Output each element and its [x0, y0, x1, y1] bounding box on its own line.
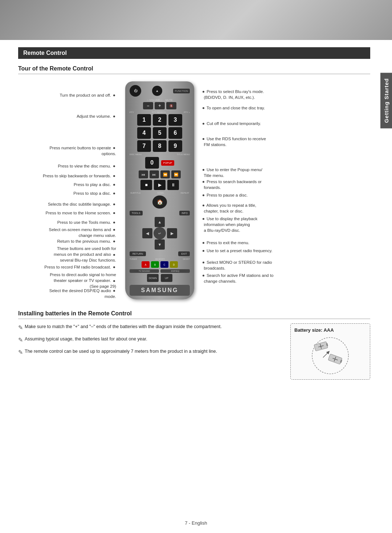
- home-button[interactable]: 🏠: [152, 195, 167, 209]
- prev-chapter-button[interactable]: ⏮: [139, 170, 148, 178]
- num-1-button[interactable]: 1: [137, 114, 151, 126]
- subsection-heading-1: Tour of the Remote Control: [18, 65, 370, 74]
- battery-bullet-1: ✎ Make sure to match the "+" and "–" end…: [18, 323, 279, 332]
- color-d-button[interactable]: D: [170, 261, 178, 268]
- ann-power: Turn the product on and off.: [60, 92, 117, 98]
- ann-select: Select on-screen menu items and change m…: [49, 227, 116, 238]
- numpad-row-2: 4 5 6: [130, 127, 190, 139]
- tv-sound-dspeq-row: TV SOUND DSP/EQ: [130, 269, 190, 273]
- info-button[interactable]: INFO: [179, 211, 190, 215]
- dspeq-button[interactable]: DSP/EQ: [160, 269, 190, 273]
- remote-control-body: ⏻ ▲ FUNCTION ←VOLUME→ MUTE – + 🔇 PTY PTY…: [125, 81, 194, 299]
- ann-home: Press to move to the Home screen.: [46, 210, 116, 216]
- right-annotations-panel: Press to select Blu-ray's mode. (BD/DVD,…: [200, 81, 370, 299]
- color-buttons-row: A B C D: [130, 261, 190, 268]
- up-button[interactable]: UP: [161, 274, 172, 282]
- ann-subtitle: Selects the disc subtitle language.: [48, 201, 116, 207]
- rann-sound: Cut off the sound temporarily.: [201, 121, 261, 126]
- ann-disc-menu: Press to view the disc menu.: [58, 163, 116, 169]
- color-a-button[interactable]: A: [142, 261, 150, 268]
- section-title-bar: Remote Control: [18, 47, 370, 59]
- tools-button[interactable]: TOOLS: [130, 211, 143, 215]
- sidebar-tab-label: Getting Started: [383, 78, 389, 123]
- dpad-left-button[interactable]: ◀: [142, 228, 152, 238]
- page-footer: 7 - English: [0, 520, 392, 526]
- battery-section: Installing batteries in the Remote Contr…: [18, 310, 370, 380]
- battery-box-title: Battery size: AAA: [294, 327, 334, 333]
- num-8-button[interactable]: 8: [153, 140, 167, 152]
- dpad-middle-row: ◀ ↵ ▶: [142, 227, 177, 239]
- dpad-area: ▲ ◀ ↵ ▶ ▼: [130, 217, 190, 250]
- transport-row: ⏮ ⏭ ⏪ ⏩: [130, 170, 190, 178]
- numpad-row-1: 1 2 3: [130, 114, 190, 126]
- num-0-button[interactable]: 0: [145, 157, 159, 169]
- num-6-button[interactable]: 6: [168, 127, 182, 139]
- rann-pause: Press to pause a disc.: [201, 192, 248, 198]
- play-button[interactable]: ▶: [154, 180, 166, 190]
- dpad-up-button[interactable]: ▲: [155, 217, 165, 227]
- remote-diagram-container: Turn the product on and off. Adjust the …: [18, 81, 370, 299]
- volume-label: ←VOLUME→ MUTE: [130, 99, 190, 101]
- ann-audio: Press to direct audio signal to homethea…: [50, 272, 116, 289]
- num-7-button[interactable]: 7: [137, 140, 151, 152]
- eject-button[interactable]: ▲: [152, 86, 162, 96]
- rann-tray: To open and close the disc tray.: [201, 105, 265, 111]
- exit-button[interactable]: EXIT: [178, 251, 190, 256]
- num-3-button[interactable]: 3: [168, 114, 182, 126]
- rann-preset: Use to set a preset radio frequency.: [201, 248, 273, 254]
- footer-text: 7 - English: [185, 520, 207, 526]
- battery-content: ✎ Make sure to match the "+" and "–" end…: [18, 323, 370, 380]
- dpad-down-button[interactable]: ▼: [155, 239, 165, 250]
- color-b-button[interactable]: B: [151, 261, 159, 268]
- battery-bullet-2: ✎ Assuming typical usage, the batteries …: [18, 336, 279, 344]
- rann-bluray: Press to select Blu-ray's mode. (BD/DVD,…: [201, 89, 264, 100]
- left-annotations-panel: Turn the product on and off. Adjust the …: [18, 81, 120, 299]
- return-button[interactable]: RETURN: [130, 251, 146, 256]
- rann-fm: Search for active FM stations and to cha…: [201, 272, 273, 284]
- battery-bullet-3: ✎ The remote control can be used up to a…: [18, 348, 279, 357]
- volume-plus-button[interactable]: +: [155, 102, 165, 109]
- note-icon-2: ✎: [18, 336, 23, 344]
- dpad-center-button[interactable]: ↵: [154, 227, 166, 239]
- playback-row: ■ ▶ ⏸: [130, 180, 190, 190]
- subsection-heading-2: Installing batteries in the Remote Contr…: [18, 310, 370, 319]
- dpad-right-button[interactable]: ▶: [167, 228, 177, 238]
- battery-box: Battery size: AAA: [290, 323, 370, 380]
- getting-started-tab: Getting Started: [380, 73, 392, 128]
- rewind-button[interactable]: ⏪: [160, 170, 170, 178]
- stop-button[interactable]: ■: [140, 180, 152, 190]
- rann-rds: Use the RDS function to receive FM stati…: [201, 136, 266, 148]
- num-9-button[interactable]: 9: [168, 140, 182, 152]
- mute-button[interactable]: 🔇: [166, 102, 176, 109]
- rann-search: Press to search backwards or forwards.: [201, 179, 262, 190]
- fast-forward-button[interactable]: ⏩: [171, 170, 181, 178]
- down-up-row: DOWN UP: [130, 274, 190, 282]
- volume-minus-button[interactable]: –: [143, 102, 153, 109]
- function-button[interactable]: FUNCTION: [173, 89, 190, 93]
- popup-button[interactable]: POPUP: [161, 160, 175, 166]
- pause-button[interactable]: ⏸: [167, 180, 179, 190]
- ann-volume: Adjust the volume.: [77, 113, 116, 119]
- color-c-button[interactable]: C: [160, 261, 168, 268]
- num-2-button[interactable]: 2: [153, 114, 167, 126]
- tv-sound-button[interactable]: TV SOUND: [130, 269, 159, 273]
- remote-image-area: ⏻ ▲ FUNCTION ←VOLUME→ MUTE – + 🔇 PTY PTY…: [120, 81, 200, 299]
- ann-dsp: Select the desired DSP/EQ audio mode.: [49, 288, 116, 299]
- remote-top-row: ⏻ ▲ FUNCTION: [130, 85, 190, 97]
- sub-home-repeat-labels: SUBTITLE HOME REPEAT: [130, 192, 190, 194]
- num-4-button[interactable]: 4: [137, 127, 151, 139]
- down-button[interactable]: DOWN: [147, 274, 159, 282]
- numpad-row-3: 7 8 9: [130, 140, 190, 152]
- tuner-row-labels: TUNER MEMORY MOIST: [130, 258, 190, 260]
- power-button[interactable]: ⏻: [130, 85, 141, 97]
- next-chapter-button[interactable]: ⏭: [150, 170, 159, 178]
- disc-menu-title-menu-labels: DISC MENU TITLE MENU: [130, 153, 190, 156]
- header-banner: [0, 0, 392, 40]
- num-5-button[interactable]: 5: [153, 127, 167, 139]
- pty-row-labels: PTY PTY SEARCH PTY +: [130, 111, 190, 113]
- battery-bullets-list: ✎ Make sure to match the "+" and "–" end…: [18, 323, 279, 360]
- ann-play: Press to play a disc.: [74, 182, 116, 187]
- dpad-bottom-row: ▼: [155, 239, 165, 250]
- ann-buttons: These buttons are used both formenus on …: [54, 246, 116, 263]
- rann-popup: Use to enter the Popup menu/ Title menu.: [201, 167, 262, 178]
